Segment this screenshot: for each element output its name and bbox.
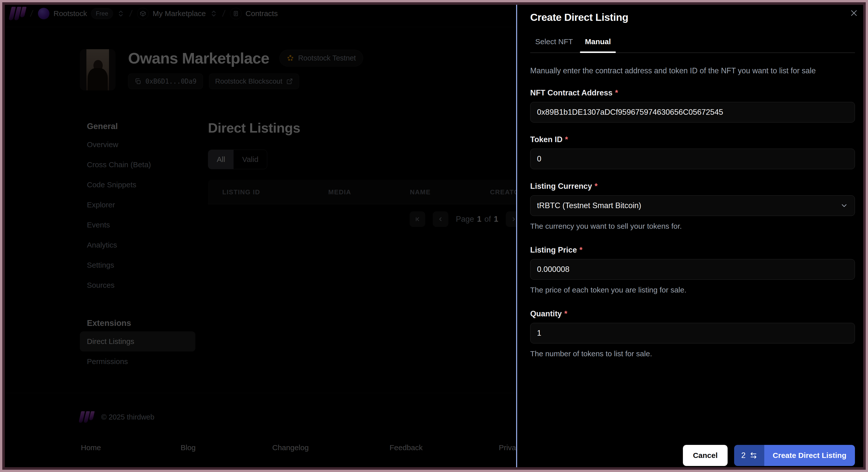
drawer-tabs: Select NFT Manual	[530, 37, 855, 53]
listing-price-input[interactable]	[530, 259, 855, 280]
switch-arrows-icon	[750, 452, 757, 459]
field-contract-address: NFT Contract Address*	[530, 88, 855, 123]
contract-address-input[interactable]	[530, 102, 855, 123]
drawer-footer: Cancel 2 Create Direct Listing	[683, 445, 855, 466]
screen: / Rootstock Free / My Marketplace /	[0, 0, 868, 472]
token-id-input[interactable]	[530, 149, 855, 169]
close-icon[interactable]	[848, 7, 860, 19]
cancel-button[interactable]: Cancel	[683, 445, 727, 466]
drawer-description: Manually enter the contract address and …	[530, 66, 855, 76]
quantity-label: Quantity*	[530, 309, 855, 318]
required-asterisk: *	[565, 135, 568, 144]
quantity-input[interactable]	[530, 323, 855, 343]
listing-currency-select[interactable]: tRBTC (Testnet Smart Bitcoin)	[530, 195, 855, 216]
transaction-count-badge[interactable]: 2	[734, 445, 764, 466]
create-direct-listing-drawer: Create Direct Listing Select NFT Manual …	[516, 0, 868, 472]
required-asterisk: *	[615, 88, 618, 97]
required-asterisk: *	[580, 246, 583, 255]
create-direct-listing-button[interactable]: Create Direct Listing	[764, 445, 855, 466]
listing-currency-label: Listing Currency*	[530, 182, 855, 191]
field-token-id: Token ID*	[530, 135, 855, 169]
field-listing-price: Listing Price* The price of each token y…	[530, 246, 855, 294]
field-quantity: Quantity* The number of tokens to list f…	[530, 309, 855, 358]
tab-select-nft[interactable]: Select NFT	[530, 37, 578, 53]
listing-price-label: Listing Price*	[530, 246, 855, 255]
required-asterisk: *	[594, 182, 597, 191]
contract-address-label: NFT Contract Address*	[530, 88, 855, 97]
transaction-count: 2	[741, 451, 745, 460]
drawer-title: Create Direct Listing	[530, 11, 855, 23]
submit-button-group: 2 Create Direct Listing	[734, 445, 855, 466]
quantity-helper: The number of tokens to list for sale.	[530, 349, 855, 358]
tab-manual[interactable]: Manual	[580, 37, 616, 53]
listing-price-helper: The price of each token you are listing …	[530, 286, 855, 294]
chevron-down-icon	[840, 201, 848, 210]
required-asterisk: *	[564, 309, 567, 318]
listing-currency-helper: The currency you want to sell your token…	[530, 222, 855, 230]
listing-currency-value: tRBTC (Testnet Smart Bitcoin)	[537, 201, 641, 210]
field-listing-currency: Listing Currency* tRBTC (Testnet Smart B…	[530, 182, 855, 230]
token-id-label: Token ID*	[530, 135, 855, 144]
